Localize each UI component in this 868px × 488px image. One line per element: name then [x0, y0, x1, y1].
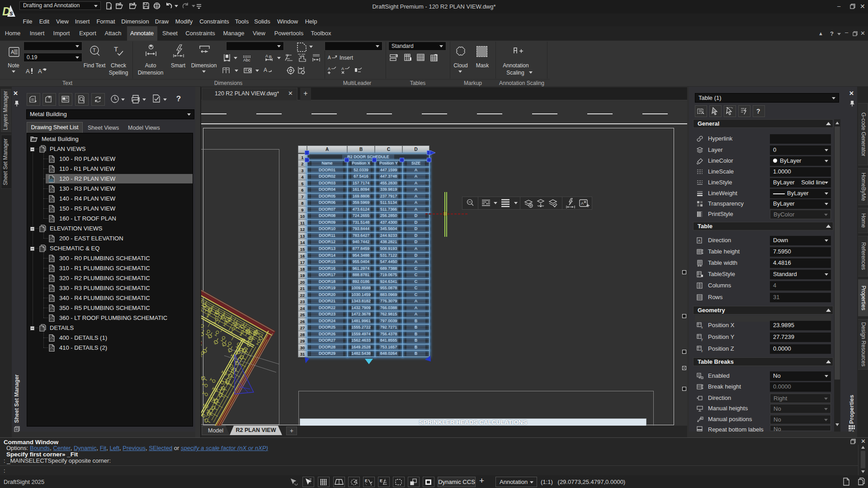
svg-text:Abc: Abc: [243, 58, 250, 62]
svg-text:A: A: [698, 239, 701, 243]
svg-text:?: ?: [756, 108, 760, 115]
svg-text:A: A: [265, 54, 268, 58]
svg-text:z: z: [701, 349, 703, 352]
svg-text:A: A: [852, 430, 854, 432]
svg-text:A: A: [264, 67, 267, 73]
svg-text:T: T: [114, 45, 118, 53]
svg-text:A: A: [341, 66, 344, 71]
svg-text:A: A: [26, 68, 30, 75]
svg-text:A: A: [328, 66, 330, 71]
svg-text:E: E: [365, 479, 368, 483]
svg-text:B: B: [269, 55, 272, 59]
svg-text:y: y: [701, 338, 703, 341]
svg-text:E: E: [380, 479, 382, 483]
svg-text:A: A: [328, 55, 331, 60]
svg-text:T: T: [93, 47, 96, 53]
svg-text:A: A: [11, 49, 14, 55]
svg-text:x: x: [701, 326, 703, 329]
svg-text:A: A: [38, 68, 42, 74]
svg-text:A: A: [581, 201, 584, 206]
svg-text:s: s: [9, 9, 13, 17]
